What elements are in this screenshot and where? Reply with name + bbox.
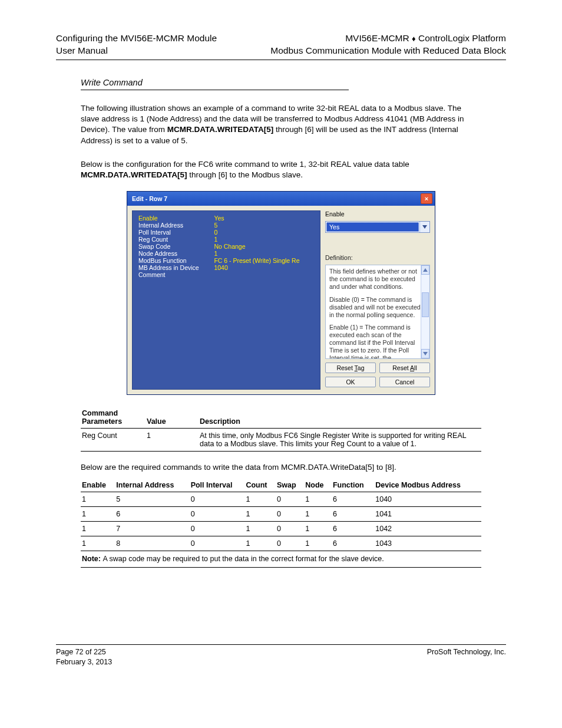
footer-page-number: Page 72 of 225 (56, 647, 112, 657)
intro-paragraph-2: Below is the configuration for the FC6 w… (81, 159, 481, 180)
table-row: 17010161042 (81, 522, 481, 536)
table-header: Device Modbus Address (374, 479, 481, 492)
footer-date: February 3, 2013 (56, 657, 112, 667)
list-item: Node Address1 (136, 250, 316, 257)
reset-tag-button[interactable]: Reset Tag (325, 363, 376, 373)
dialog-property-list[interactable]: EnableYes Internal Address5 Poll Interva… (132, 210, 320, 390)
scrollbar[interactable] (421, 265, 429, 358)
scroll-up-icon[interactable] (421, 265, 429, 275)
table-header: Description (199, 407, 481, 429)
list-item: Poll Interval0 (136, 229, 316, 236)
command-parameters-table: Command Parameters Value Description Reg… (81, 407, 481, 452)
cancel-button[interactable]: Cancel (379, 377, 430, 387)
scroll-thumb[interactable] (422, 292, 429, 317)
close-icon[interactable]: × (421, 193, 432, 204)
list-item: MB Address in Device1040 (136, 264, 316, 271)
header-right-line2: Modbus Communication Module with Reduced… (270, 45, 506, 57)
table-row: 15010161040 (81, 492, 481, 507)
list-item: Swap CodeNo Change (136, 243, 316, 250)
header-left-line2: User Manual (56, 45, 217, 57)
section-underline (81, 90, 349, 90)
table-note-row: Note: A swap code may be required to put… (81, 551, 481, 568)
dropdown-value: Yes (326, 222, 419, 232)
field-label: Enable (325, 210, 430, 218)
header-right-line1: MVI56E-MCMR ♦ ControlLogix Platform (270, 32, 506, 45)
enable-dropdown[interactable]: Yes (325, 221, 430, 233)
ok-button[interactable]: OK (325, 377, 376, 387)
page-header: Configuring the MVI56E-MCMR Module User … (56, 32, 506, 57)
table-row: Reg Count 1 At this time, only Modbus FC… (81, 429, 481, 452)
chevron-down-icon[interactable] (419, 222, 429, 232)
list-item: Comment (136, 271, 316, 278)
dialog-title: Edit - Row 7 (132, 195, 167, 202)
table-header: Command Parameters (81, 407, 146, 429)
commands-table: Enable Internal Address Poll Interval Co… (81, 479, 481, 568)
dialog-titlebar[interactable]: Edit - Row 7 × (127, 192, 435, 206)
table-row: 16010161041 (81, 507, 481, 522)
page-footer: Page 72 of 225 February 3, 2013 ProSoft … (56, 644, 506, 667)
table-header: Swap (276, 479, 304, 492)
edit-row-dialog: Edit - Row 7 × EnableYes Internal Addres… (127, 191, 435, 395)
table-header: Count (244, 479, 275, 492)
reset-all-button[interactable]: Reset All (379, 363, 430, 373)
table-header: Internal Address (115, 479, 189, 492)
table-header: Function (332, 479, 374, 492)
table-header: Poll Interval (190, 479, 245, 492)
table-header: Enable (81, 479, 115, 492)
list-item: ModBus FunctionFC 6 - Preset (Write) Sin… (136, 257, 316, 264)
scroll-down-icon[interactable] (421, 349, 429, 358)
header-left-line1: Configuring the MVI56E-MCMR Module (56, 32, 217, 45)
list-item: Reg Count1 (136, 236, 316, 243)
mid-paragraph: Below are the required commands to write… (81, 462, 481, 473)
definition-text: This field defines whether or not the co… (325, 265, 430, 359)
list-item: EnableYes (136, 215, 316, 222)
section-title: Write Command (81, 78, 506, 87)
table-header: Node (304, 479, 332, 492)
list-item: Internal Address5 (136, 222, 316, 229)
footer-company: ProSoft Technology, Inc. (427, 647, 506, 657)
table-header: Value (146, 407, 199, 429)
header-rule (56, 60, 506, 60)
table-row: 18010161043 (81, 536, 481, 551)
intro-paragraph-1: The following illustration shows an exam… (81, 103, 481, 146)
definition-label: Definition: (325, 254, 430, 261)
